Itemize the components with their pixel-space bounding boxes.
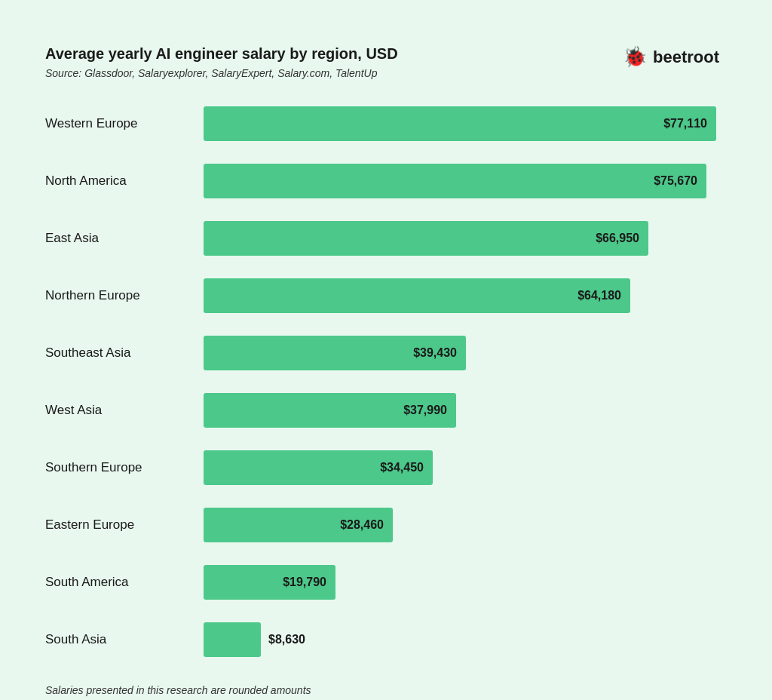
bar-value: $39,430: [413, 346, 457, 360]
logo-icon: 🐞: [623, 45, 647, 69]
chart-title: Average yearly AI engineer salary by reg…: [45, 45, 398, 63]
bar-wrapper: $28,460: [204, 508, 719, 542]
bar-value: $75,670: [654, 174, 697, 188]
bar-row: South America$19,790: [45, 560, 719, 604]
logo: 🐞 beetroot: [623, 45, 719, 69]
bar-label: South Asia: [45, 632, 204, 647]
bar-row: West Asia$37,990: [45, 388, 719, 432]
bar-label: East Asia: [45, 231, 204, 246]
bar-row: South Asia$8,630: [45, 618, 719, 662]
bar-value-outside: $8,630: [268, 633, 305, 646]
bar-value: $37,990: [403, 404, 447, 417]
bar-row: Western Europe$77,110: [45, 102, 719, 146]
bar-value: $28,460: [340, 518, 384, 532]
bar-row: Southeast Asia$39,430: [45, 331, 719, 375]
bar-row: Southern Europe$34,450: [45, 446, 719, 490]
bar-value: $34,450: [380, 461, 424, 474]
logo-name: beetroot: [653, 48, 719, 67]
bar: [204, 622, 261, 657]
bar-label: West Asia: [45, 403, 204, 418]
bar-label: Southeast Asia: [45, 345, 204, 361]
bar: $66,950: [204, 221, 648, 256]
bar-row: Northern Europe$64,180: [45, 274, 719, 318]
bar-label: North America: [45, 173, 204, 189]
bar: $28,460: [204, 508, 393, 542]
bar: $77,110: [204, 106, 716, 141]
bar: $64,180: [204, 278, 630, 313]
chart-container: Average yearly AI engineer salary by reg…: [15, 15, 757, 700]
bar-row: North America$75,670: [45, 159, 719, 203]
bar-label: South America: [45, 575, 204, 590]
bar: $39,430: [204, 336, 466, 370]
bar-wrapper: $39,430: [204, 336, 719, 370]
title-block: Average yearly AI engineer salary by reg…: [45, 45, 398, 79]
bar-value: $66,950: [596, 232, 639, 245]
bar: $37,990: [204, 393, 456, 428]
bar-wrapper: $77,110: [204, 106, 719, 141]
header-top: Average yearly AI engineer salary by reg…: [45, 45, 719, 79]
bar-label: Southern Europe: [45, 460, 204, 475]
bar-wrapper: $66,950: [204, 221, 719, 256]
bar-value: $64,180: [577, 289, 621, 302]
bar-wrapper: $64,180: [204, 278, 719, 313]
bar-value: $77,110: [663, 117, 707, 130]
bar-row: Eastern Europe$28,460: [45, 503, 719, 547]
header: Average yearly AI engineer salary by reg…: [45, 45, 719, 79]
bar: $75,670: [204, 164, 706, 198]
bar-wrapper: $75,670: [204, 164, 719, 198]
bar-wrapper: $8,630: [204, 622, 719, 657]
bar: $19,790: [204, 565, 335, 600]
bar-wrapper: $34,450: [204, 450, 719, 485]
bars-section: Western Europe$77,110North America$75,67…: [45, 102, 719, 662]
footer-note: Salaries presented in this research are …: [45, 684, 719, 696]
bar-wrapper: $37,990: [204, 393, 719, 428]
bar-wrapper: $19,790: [204, 565, 719, 600]
bar-row: East Asia$66,950: [45, 216, 719, 260]
bar-label: Western Europe: [45, 116, 204, 131]
bar-value: $19,790: [283, 576, 326, 589]
bar: $34,450: [204, 450, 433, 485]
chart-subtitle: Source: Glassdoor, Salaryexplorer, Salar…: [45, 67, 398, 79]
bar-label: Eastern Europe: [45, 517, 204, 533]
bar-label: Northern Europe: [45, 288, 204, 303]
